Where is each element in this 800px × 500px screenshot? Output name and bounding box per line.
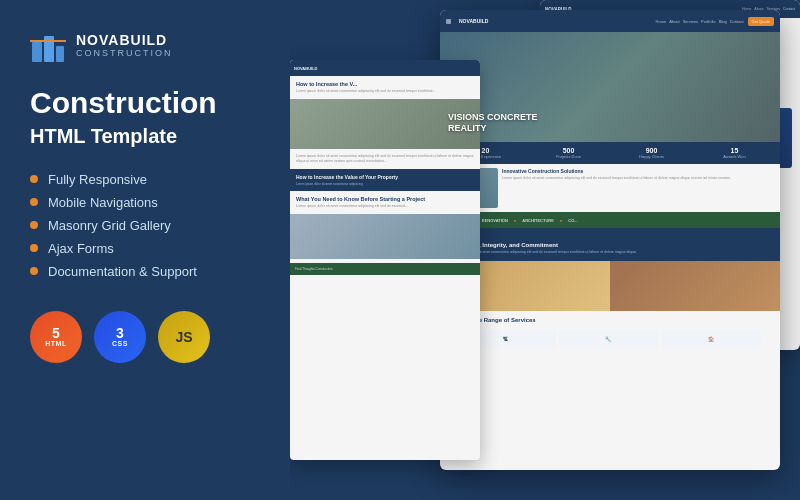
css-badge-label: CSS bbox=[112, 340, 128, 347]
mock-services-section: Our Diverse Range of Services 🏗 🔧 🏠 bbox=[440, 311, 780, 358]
logo-area: NOVABUILD CONSTRUCTION bbox=[30, 28, 280, 64]
mock-divider-band: BUILDING ● RENOVATION ● ARCHITECTURE ● C… bbox=[440, 212, 780, 228]
tech-badges: 5 HTML 3 CSS JS bbox=[30, 311, 280, 363]
bullet-icon bbox=[30, 244, 38, 252]
mock-band-item: RENOVATION bbox=[482, 218, 508, 223]
right-panel: NOVABUILD How to Increase the V... Lorem… bbox=[290, 0, 800, 500]
feature-label: Masonry Grid Gallery bbox=[48, 218, 171, 233]
mock-nav-link: Services bbox=[683, 19, 698, 24]
service-item: 🏠 bbox=[661, 330, 761, 348]
mock-stat-clients: 900 Happy Clients bbox=[611, 147, 692, 159]
svg-rect-1 bbox=[44, 36, 54, 62]
mockup-main: NOVABUILD Home About Services Portfolio … bbox=[440, 10, 780, 470]
mock-stat-label: Projects Done bbox=[528, 154, 609, 159]
mock-dark-title: Excellence, Integrity, and Commitment bbox=[448, 242, 772, 248]
mock-section-text: Lorem ipsum dolor sit amet consectetur a… bbox=[502, 176, 772, 181]
mock-navbar: NOVABUILD Home About Services Portfolio … bbox=[440, 10, 780, 32]
svg-rect-2 bbox=[56, 46, 64, 62]
service-icon: 🔧 bbox=[605, 336, 611, 342]
tmock-section-2: Lorem ipsum dolor sit amet consectetur a… bbox=[290, 149, 480, 169]
css-badge: 3 CSS bbox=[94, 311, 146, 363]
feature-label: Documentation & Support bbox=[48, 264, 197, 279]
svg-rect-0 bbox=[32, 42, 42, 62]
mock-worker-image-2 bbox=[610, 261, 780, 311]
mock-stat-awards: 15 Awards Won bbox=[694, 147, 775, 159]
mock-nav-cta-button[interactable]: Get Quote bbox=[748, 17, 774, 26]
mock-hero-heading: VISIONS CONCRETEREALITY bbox=[448, 112, 538, 134]
service-icon: 🏠 bbox=[708, 336, 714, 342]
mock-stats-bar: 20 Years Experience 500 Projects Done 90… bbox=[440, 142, 780, 164]
tmock-dark-section: How to Increase the Value of Your Proper… bbox=[290, 169, 480, 191]
mock-band-item: ARCHITECTURE bbox=[522, 218, 554, 223]
tmock-logo: NOVABUILD bbox=[294, 66, 476, 71]
brand-subtitle: CONSTRUCTION bbox=[76, 49, 173, 59]
features-list: Fully Responsive Mobile Navigations Maso… bbox=[30, 172, 280, 279]
tmock-text-3: Lorem ipsum dolor sit amet consectetur a… bbox=[296, 204, 474, 209]
feature-label: Ajax Forms bbox=[48, 241, 114, 256]
tmock-title-1: How to Increase the V... bbox=[296, 81, 474, 87]
svg-rect-3 bbox=[30, 40, 66, 42]
mock-dark-text: Lorem ipsum dolor sit amet consectetur a… bbox=[448, 250, 772, 255]
mock-stat-label: Awards Won bbox=[694, 154, 775, 159]
html-badge: 5 HTML bbox=[30, 311, 82, 363]
mock-two-col-section: Innovative Construction Solutions Lorem … bbox=[440, 164, 780, 212]
mock-stat-num: 900 bbox=[611, 147, 692, 154]
mock-nav-logo: NOVABUILD bbox=[459, 18, 652, 24]
mock-band-item: CO... bbox=[568, 218, 577, 223]
bullet-icon bbox=[30, 221, 38, 229]
mock-dark-section: Excellence Excellence, Integrity, and Co… bbox=[440, 228, 780, 261]
mock-hero: VISIONS CONCRETEREALITY bbox=[440, 32, 780, 142]
feature-label: Fully Responsive bbox=[48, 172, 147, 187]
html-badge-label: HTML bbox=[45, 340, 66, 347]
tmock-dark-text: Lorem ipsum dolor sit amet consectetur a… bbox=[296, 182, 474, 186]
logo-icon bbox=[30, 28, 66, 64]
mock-stat-projects: 500 Projects Done bbox=[528, 147, 609, 159]
mock-nav-link: Home bbox=[656, 19, 667, 24]
mock-band-separator: ● bbox=[514, 218, 516, 223]
js-badge: JS bbox=[158, 311, 210, 363]
nav-dot bbox=[446, 19, 451, 24]
mock-band-separator: ● bbox=[560, 218, 562, 223]
feature-item: Masonry Grid Gallery bbox=[30, 218, 280, 233]
brand-name: NOVABUILD bbox=[76, 33, 173, 48]
mock-text-block: Innovative Construction Solutions Lorem … bbox=[502, 168, 772, 208]
tmock-section-1: How to Increase the V... Lorem ipsum dol… bbox=[290, 76, 480, 99]
feature-label: Mobile Navigations bbox=[48, 195, 158, 210]
mock-nav-links: Home About Services Portfolio Blog Conta… bbox=[656, 19, 744, 24]
tmock-text-2: Lorem ipsum dolor sit amet consectetur a… bbox=[296, 154, 474, 164]
mock-nav-link: About bbox=[669, 19, 679, 24]
mock-services-title: Our Diverse Range of Services bbox=[448, 317, 772, 323]
feature-item: Mobile Navigations bbox=[30, 195, 280, 210]
feature-item: Documentation & Support bbox=[30, 264, 280, 279]
tmock-text-1: Lorem ipsum dolor sit amet consectetur a… bbox=[296, 89, 474, 94]
logo-text: NOVABUILD CONSTRUCTION bbox=[76, 33, 173, 58]
mock-dark-subtitle: Excellence bbox=[448, 234, 772, 239]
service-item: 🔧 bbox=[559, 330, 659, 348]
feature-item: Fully Responsive bbox=[30, 172, 280, 187]
tmock-title-3: What You Need to Know Before Starting a … bbox=[296, 196, 474, 202]
mock-hero-text: VISIONS CONCRETEREALITY bbox=[448, 112, 538, 134]
bullet-icon bbox=[30, 267, 38, 275]
mock-nav-link: Contact bbox=[730, 19, 744, 24]
mock-stat-num: 500 bbox=[528, 147, 609, 154]
service-icon: 🏗 bbox=[503, 336, 508, 342]
mock-stat-num: 15 bbox=[694, 147, 775, 154]
mock-nav-link: Portfolio bbox=[701, 19, 716, 24]
left-panel: NOVABUILD CONSTRUCTION Construction HTML… bbox=[0, 0, 310, 500]
html-badge-number: 5 bbox=[52, 326, 60, 340]
mock-services-grid: 🏗 🔧 🏠 bbox=[448, 326, 772, 352]
tmock-nav: NOVABUILD bbox=[290, 60, 480, 76]
tmock-image-2 bbox=[290, 214, 480, 259]
main-title: Construction bbox=[30, 86, 280, 121]
feature-item: Ajax Forms bbox=[30, 241, 280, 256]
smock-nav-link: Contact bbox=[783, 7, 795, 11]
css-badge-number: 3 bbox=[116, 326, 124, 340]
tmock-dark-title: How to Increase the Value of Your Proper… bbox=[296, 174, 474, 180]
bullet-icon bbox=[30, 198, 38, 206]
tmock-divider: Final Thoughts Construction bbox=[290, 263, 480, 275]
tmock-divider-text: Final Thoughts Construction bbox=[295, 267, 332, 271]
mock-stat-label: Happy Clients bbox=[611, 154, 692, 159]
tmock-section-3: What You Need to Know Before Starting a … bbox=[290, 191, 480, 214]
js-badge-number: JS bbox=[175, 330, 192, 344]
mock-worker-section bbox=[440, 261, 780, 311]
